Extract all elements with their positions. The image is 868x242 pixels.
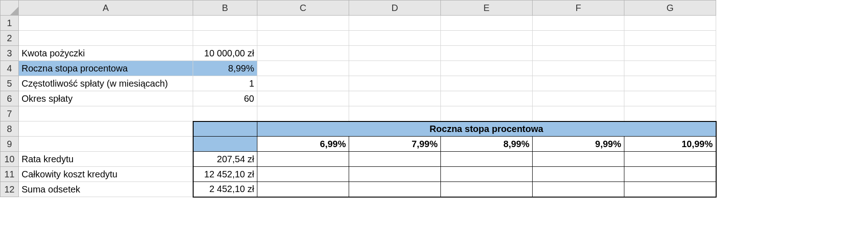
cell-D4[interactable] [349, 61, 441, 76]
cell-G5[interactable] [624, 76, 716, 91]
cell-G12[interactable] [624, 182, 716, 197]
cell-D11[interactable] [349, 167, 441, 182]
cell-C8-G8[interactable]: Roczna stopa procentowa [257, 121, 716, 137]
cell-E1[interactable] [441, 16, 533, 31]
cell-B9[interactable] [193, 137, 257, 152]
col-header-F[interactable]: F [533, 0, 624, 16]
select-all-corner[interactable] [0, 0, 19, 16]
cell-C6[interactable] [257, 91, 349, 106]
cell-B8[interactable] [193, 121, 257, 137]
cell-C11[interactable] [257, 167, 349, 182]
cell-A2[interactable] [19, 31, 193, 46]
cell-E2[interactable] [441, 31, 533, 46]
row-header-12[interactable]: 12 [0, 182, 19, 197]
cell-G3[interactable] [624, 46, 716, 61]
cell-G6[interactable] [624, 91, 716, 106]
cell-A11[interactable]: Całkowity koszt kredytu [19, 167, 193, 182]
cell-B10[interactable]: 207,54 zł [193, 152, 257, 167]
cell-A5[interactable]: Częstotliwość spłaty (w miesiącach) [19, 76, 193, 91]
cell-G9[interactable]: 10,99% [624, 137, 716, 152]
cell-E6[interactable] [441, 91, 533, 106]
row-header-6[interactable]: 6 [0, 91, 19, 106]
cell-E9[interactable]: 8,99% [441, 137, 533, 152]
cell-G10[interactable] [624, 152, 716, 167]
cell-C5[interactable] [257, 76, 349, 91]
cell-D2[interactable] [349, 31, 441, 46]
cell-B7[interactable] [193, 106, 257, 121]
cell-D12[interactable] [349, 182, 441, 197]
cell-G4[interactable] [624, 61, 716, 76]
cell-C4[interactable] [257, 61, 349, 76]
cell-A12[interactable]: Suma odsetek [19, 182, 193, 197]
cell-A4[interactable]: Roczna stopa procentowa [19, 61, 193, 76]
cell-C1[interactable] [257, 16, 349, 31]
cell-C12[interactable] [257, 182, 349, 197]
cell-A9[interactable] [19, 137, 193, 152]
cell-A6[interactable]: Okres spłaty [19, 91, 193, 106]
cell-F7[interactable] [533, 106, 624, 121]
cell-D9[interactable]: 7,99% [349, 137, 441, 152]
cell-G11[interactable] [624, 167, 716, 182]
col-header-A[interactable]: A [19, 0, 193, 16]
col-header-E[interactable]: E [441, 0, 533, 16]
row-header-3[interactable]: 3 [0, 46, 19, 61]
row-header-5[interactable]: 5 [0, 76, 19, 91]
cell-C9[interactable]: 6,99% [257, 137, 349, 152]
cell-B6[interactable]: 60 [193, 91, 257, 106]
cell-C2[interactable] [257, 31, 349, 46]
cell-F2[interactable] [533, 31, 624, 46]
spreadsheet-grid[interactable]: A B C D E F G 1 2 3 Kwota pożyczki 10 00… [0, 0, 717, 198]
cell-E10[interactable] [441, 152, 533, 167]
cell-F4[interactable] [533, 61, 624, 76]
row-header-4[interactable]: 4 [0, 61, 19, 76]
cell-B11[interactable]: 12 452,10 zł [193, 167, 257, 182]
row-header-9[interactable]: 9 [0, 137, 19, 152]
cell-G2[interactable] [624, 31, 716, 46]
cell-E3[interactable] [441, 46, 533, 61]
cell-A10[interactable]: Rata kredytu [19, 152, 193, 167]
row-header-2[interactable]: 2 [0, 31, 19, 46]
cell-C7[interactable] [257, 106, 349, 121]
cell-F1[interactable] [533, 16, 624, 31]
row-header-8[interactable]: 8 [0, 121, 19, 137]
cell-F3[interactable] [533, 46, 624, 61]
cell-D1[interactable] [349, 16, 441, 31]
cell-D3[interactable] [349, 46, 441, 61]
cell-E7[interactable] [441, 106, 533, 121]
cell-F10[interactable] [533, 152, 624, 167]
cell-A8[interactable] [19, 121, 193, 137]
cell-G1[interactable] [624, 16, 716, 31]
cell-D6[interactable] [349, 91, 441, 106]
cell-D10[interactable] [349, 152, 441, 167]
cell-A7[interactable] [19, 106, 193, 121]
cell-B1[interactable] [193, 16, 257, 31]
cell-E11[interactable] [441, 167, 533, 182]
cell-A3[interactable]: Kwota pożyczki [19, 46, 193, 61]
cell-B2[interactable] [193, 31, 257, 46]
col-header-G[interactable]: G [624, 0, 716, 16]
cell-C10[interactable] [257, 152, 349, 167]
cell-E12[interactable] [441, 182, 533, 197]
row-header-11[interactable]: 11 [0, 167, 19, 182]
cell-F5[interactable] [533, 76, 624, 91]
row-header-1[interactable]: 1 [0, 16, 19, 31]
cell-F12[interactable] [533, 182, 624, 197]
cell-B3[interactable]: 10 000,00 zł [193, 46, 257, 61]
cell-C3[interactable] [257, 46, 349, 61]
row-header-7[interactable]: 7 [0, 106, 19, 121]
cell-F9[interactable]: 9,99% [533, 137, 624, 152]
cell-E5[interactable] [441, 76, 533, 91]
cell-B12[interactable]: 2 452,10 zł [193, 182, 257, 197]
col-header-C[interactable]: C [257, 0, 349, 16]
cell-B4[interactable]: 8,99% [193, 61, 257, 76]
cell-G7[interactable] [624, 106, 716, 121]
cell-E4[interactable] [441, 61, 533, 76]
col-header-D[interactable]: D [349, 0, 441, 16]
cell-F6[interactable] [533, 91, 624, 106]
col-header-B[interactable]: B [193, 0, 257, 16]
cell-A1[interactable] [19, 16, 193, 31]
row-header-10[interactable]: 10 [0, 152, 19, 167]
cell-B5[interactable]: 1 [193, 76, 257, 91]
cell-D7[interactable] [349, 106, 441, 121]
cell-F11[interactable] [533, 167, 624, 182]
